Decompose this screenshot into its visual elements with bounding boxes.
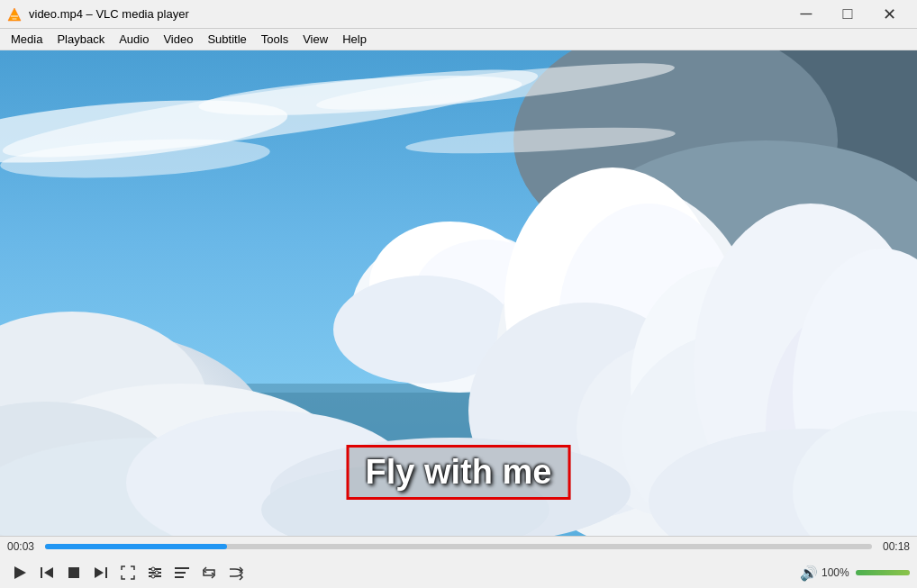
time-elapsed: 00:03 <box>7 540 40 553</box>
skip-forward-icon <box>93 565 109 581</box>
video-scene: Fly with me <box>0 50 917 536</box>
menu-audio[interactable]: Audio <box>112 31 156 48</box>
progress-bar[interactable] <box>45 544 872 549</box>
progress-fill <box>45 544 227 549</box>
svg-marker-42 <box>44 567 53 578</box>
play-icon <box>12 565 28 581</box>
svg-rect-2 <box>13 18 17 20</box>
svg-rect-1 <box>11 15 18 17</box>
time-total: 00:18 <box>877 540 910 553</box>
svg-rect-52 <box>175 567 189 569</box>
close-button[interactable]: ✕ <box>868 0 910 29</box>
shuffle-button[interactable] <box>223 560 249 585</box>
fullscreen-button[interactable] <box>115 560 141 585</box>
repeat-icon <box>201 565 217 581</box>
stop-button[interactable] <box>61 560 86 585</box>
menu-media[interactable]: Media <box>4 31 50 48</box>
minimize-button[interactable]: ─ <box>785 0 827 29</box>
playlist-button[interactable] <box>169 560 195 585</box>
menu-view[interactable]: View <box>295 31 335 48</box>
volume-percent: 100% <box>822 566 852 579</box>
menu-subtitle[interactable]: Subtitle <box>200 31 253 48</box>
extended-icon <box>147 565 163 581</box>
svg-rect-43 <box>68 567 79 578</box>
skip-forward-button[interactable] <box>88 560 113 585</box>
controls-area: 00:03 00:18 <box>0 536 917 588</box>
menu-tools[interactable]: Tools <box>254 31 295 48</box>
svg-rect-41 <box>41 567 42 578</box>
window-title: video.mp4 – VLC media player <box>29 7 189 21</box>
subtitle-text: Fly with me <box>347 445 571 500</box>
volume-icon[interactable]: 🔊 <box>800 565 818 582</box>
svg-point-49 <box>151 567 155 571</box>
playlist-icon <box>174 565 190 581</box>
titlebar: video.mp4 – VLC media player ─ □ ✕ <box>0 0 917 29</box>
volume-slider[interactable] <box>856 570 910 575</box>
svg-marker-40 <box>14 566 26 579</box>
menu-video[interactable]: Video <box>156 31 200 48</box>
transport-row: 🔊 100% <box>0 556 917 588</box>
stop-icon <box>66 565 82 581</box>
video-area[interactable]: Fly with me <box>0 50 917 536</box>
svg-rect-54 <box>175 576 184 578</box>
repeat-button[interactable] <box>196 560 222 585</box>
progress-row: 00:03 00:18 <box>0 537 917 556</box>
menubar: Media Playback Audio Video Subtitle Tool… <box>0 29 917 50</box>
menu-help[interactable]: Help <box>335 31 374 48</box>
vlc-icon <box>7 7 22 22</box>
svg-rect-44 <box>105 567 107 578</box>
menu-playback[interactable]: Playback <box>50 31 112 48</box>
titlebar-left: video.mp4 – VLC media player <box>7 7 189 22</box>
maximize-button[interactable]: □ <box>827 0 868 29</box>
shuffle-icon <box>228 565 244 581</box>
svg-point-50 <box>155 571 159 574</box>
volume-area: 🔊 100% <box>800 565 910 582</box>
svg-marker-45 <box>95 567 104 578</box>
svg-rect-53 <box>175 572 186 574</box>
skip-back-button[interactable] <box>34 560 59 585</box>
skip-back-icon <box>39 565 55 581</box>
svg-point-51 <box>151 574 155 578</box>
fullscreen-icon <box>120 565 136 581</box>
window-controls: ─ □ ✕ <box>785 0 910 29</box>
subtitle-overlay: Fly with me <box>347 445 571 500</box>
volume-fill <box>856 570 910 575</box>
play-button[interactable] <box>7 560 32 585</box>
extended-button[interactable] <box>142 560 168 585</box>
